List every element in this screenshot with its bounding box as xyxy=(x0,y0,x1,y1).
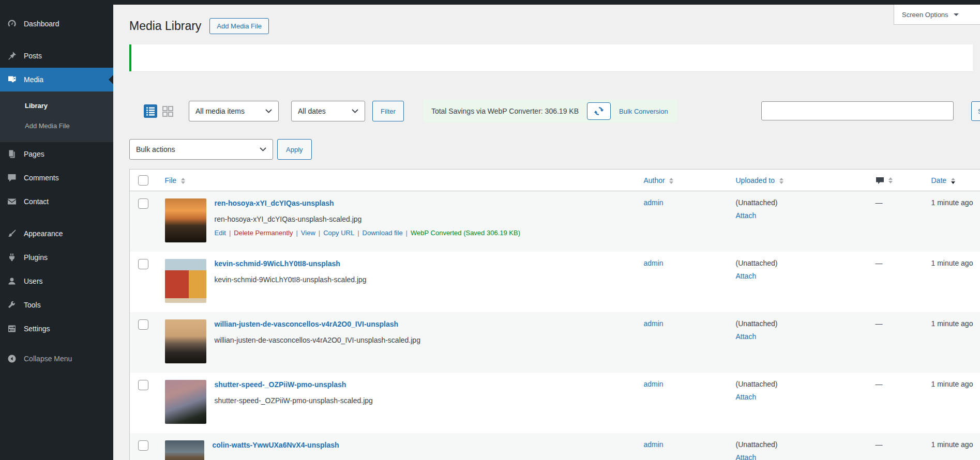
sidebar-item-tools[interactable]: Tools xyxy=(0,293,113,317)
sidebar-item-contact[interactable]: Contact xyxy=(0,190,113,213)
refresh-icon xyxy=(594,106,604,116)
copy-url-link[interactable]: Copy URL xyxy=(323,229,354,237)
sort-file-header[interactable]: File xyxy=(165,176,177,185)
date-filter-select[interactable]: All dates xyxy=(291,101,365,121)
add-media-file-button[interactable]: Add Media File xyxy=(209,18,269,34)
upload-date: 1 minute ago xyxy=(931,440,973,449)
view-link[interactable]: View xyxy=(301,229,315,237)
author-link[interactable]: admin xyxy=(644,319,664,328)
upload-date: 1 minute ago xyxy=(931,198,973,207)
chevron-down-icon xyxy=(954,13,959,16)
row-checkbox[interactable] xyxy=(138,440,148,451)
webp-savings-banner: Total Savings via WebP Converter: 306.19… xyxy=(423,100,677,122)
sidebar-item-library[interactable]: Library xyxy=(0,96,113,116)
bulk-actions-select[interactable]: Bulk actions xyxy=(129,139,273,160)
sort-arrows-icon xyxy=(888,177,893,183)
sidebar-item-pages[interactable]: Pages xyxy=(0,142,113,166)
comments-column-icon xyxy=(876,177,884,185)
media-title-link[interactable]: kevin-schmid-9WicLhY0tI8-unsplash xyxy=(215,259,367,268)
user-icon xyxy=(7,276,17,286)
table-row: shutter-speed-_OZPiiW-pmo-unsplash shutt… xyxy=(130,373,980,433)
sidebar-item-users[interactable]: Users xyxy=(0,269,113,293)
settings-icon xyxy=(7,324,17,334)
comments-count: — xyxy=(876,259,883,267)
sidebar-item-label: Pages xyxy=(24,150,44,158)
sidebar-item-label: Posts xyxy=(24,52,42,60)
sort-author-header[interactable]: Author xyxy=(644,176,665,185)
attach-link[interactable]: Attach xyxy=(736,211,864,220)
media-submenu: Library Add Media File xyxy=(0,91,113,142)
author-link[interactable]: admin xyxy=(644,380,664,388)
row-actions: Edit|Delete Permanently|View|Copy URL|Do… xyxy=(215,229,520,237)
collapse-icon xyxy=(7,354,17,364)
bulk-actions-value: Bulk actions xyxy=(136,145,175,154)
bulk-conversion-link[interactable]: Bulk Conversion xyxy=(619,108,668,115)
refresh-savings-button[interactable] xyxy=(587,102,611,120)
separator: | xyxy=(296,229,297,237)
filter-button[interactable]: Filter xyxy=(372,101,404,121)
media-title-link[interactable]: ren-hosoya-xYI_dcYIQas-unsplash xyxy=(215,198,520,208)
media-title-link[interactable]: shutter-speed-_OZPiiW-pmo-unsplash xyxy=(215,380,373,389)
comments-count: — xyxy=(876,198,883,207)
main-content: Media Library Add Media File All media i… xyxy=(113,5,980,460)
media-thumbnail[interactable] xyxy=(165,319,206,363)
collapse-menu-button[interactable]: Collapse Menu xyxy=(0,347,113,371)
media-title-link[interactable]: willian-justen-de-vasconcellos-v4rA2O0_I… xyxy=(215,319,420,329)
edit-link[interactable]: Edit xyxy=(215,229,226,237)
menu-separator xyxy=(0,36,113,44)
sidebar-item-comments[interactable]: Comments xyxy=(0,166,113,190)
sidebar-item-label: Comments xyxy=(24,174,59,182)
search-input[interactable] xyxy=(761,101,954,120)
attach-link[interactable]: Attach xyxy=(736,332,864,341)
sidebar-item-label: Settings xyxy=(24,325,50,333)
grid-view-icon[interactable] xyxy=(161,104,174,118)
row-checkbox[interactable] xyxy=(138,380,148,390)
upload-date: 1 minute ago xyxy=(931,259,973,267)
author-link[interactable]: admin xyxy=(644,440,664,449)
uploaded-to-value: (Unattached) xyxy=(736,198,778,207)
author-link[interactable]: admin xyxy=(644,198,664,207)
screen-options-button[interactable]: Screen Options xyxy=(894,5,980,25)
media-title-link[interactable]: colin-watts-YwwUXa6NvX4-unsplash xyxy=(213,440,339,450)
download-file-link[interactable]: Download file xyxy=(363,229,403,237)
author-link[interactable]: admin xyxy=(644,259,664,267)
media-thumbnail[interactable] xyxy=(165,259,206,303)
attach-link[interactable]: Attach xyxy=(736,272,864,280)
sort-uploaded-to-header[interactable]: Uploaded to xyxy=(736,176,775,185)
row-checkbox[interactable] xyxy=(138,319,148,330)
search-media-button[interactable]: Search Media xyxy=(971,101,980,121)
delete-permanently-link[interactable]: Delete Permanently xyxy=(234,229,293,237)
sidebar-item-label: Tools xyxy=(24,301,41,309)
sidebar-item-add-media-file[interactable]: Add Media File xyxy=(0,116,113,136)
attach-link[interactable]: Attach xyxy=(736,393,864,401)
sidebar-item-dashboard[interactable]: Dashboard xyxy=(0,12,113,36)
sidebar-item-label: Plugins xyxy=(24,253,48,262)
media-thumbnail[interactable] xyxy=(165,198,206,242)
sidebar-item-appearance[interactable]: Appearance xyxy=(0,222,113,246)
row-checkbox[interactable] xyxy=(138,259,148,269)
sidebar-item-media[interactable]: Media xyxy=(0,68,113,91)
admin-menu: Dashboard Posts Media Library Add Media … xyxy=(0,5,113,371)
sidebar-item-plugins[interactable]: Plugins xyxy=(0,246,113,269)
media-type-filter-select[interactable]: All media items xyxy=(189,101,279,121)
media-thumbnail[interactable] xyxy=(165,440,204,460)
select-all-checkbox[interactable] xyxy=(138,175,148,186)
attach-link[interactable]: Attach xyxy=(736,453,864,460)
media-filename: ren-hosoya-xYI_dcYIQas-unsplash-scaled.j… xyxy=(215,215,520,224)
separator: | xyxy=(319,229,320,237)
separator: | xyxy=(406,229,408,237)
admin-bar xyxy=(0,0,980,5)
sort-date-header[interactable]: Date xyxy=(931,176,947,185)
sidebar-item-label: Appearance xyxy=(24,229,63,238)
apply-button[interactable]: Apply xyxy=(277,139,312,160)
comment-icon xyxy=(7,173,17,183)
table-row: colin-watts-YwwUXa6NvX4-unsplash admin (… xyxy=(130,433,980,460)
chevron-down-icon xyxy=(265,109,272,113)
sidebar-item-posts[interactable]: Posts xyxy=(0,44,113,68)
list-view-icon[interactable] xyxy=(144,104,157,118)
pushpin-icon xyxy=(7,51,17,61)
chevron-down-icon xyxy=(352,109,358,113)
media-thumbnail[interactable] xyxy=(165,380,206,424)
sidebar-item-settings[interactable]: Settings xyxy=(0,317,113,341)
row-checkbox[interactable] xyxy=(138,198,148,209)
